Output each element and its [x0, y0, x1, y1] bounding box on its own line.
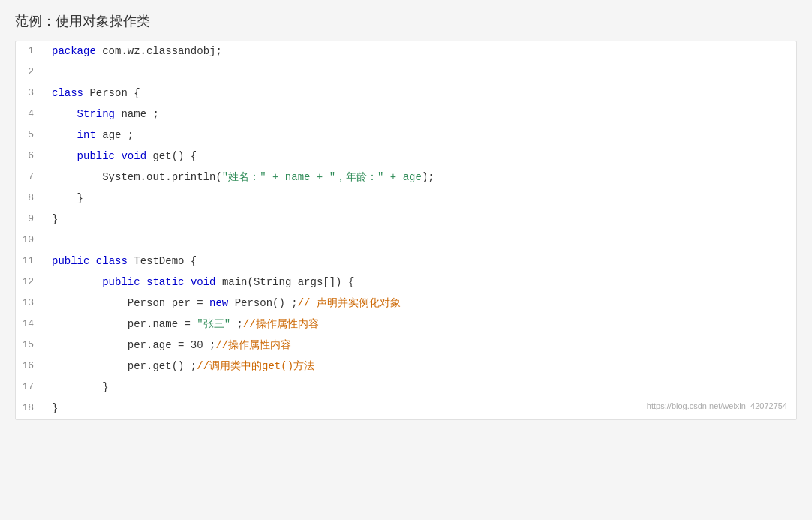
watermark: https://blog.csdn.net/weixin_42072754 [647, 399, 787, 413]
line-number: 1 [16, 41, 46, 62]
table-row: 14 per.name = "张三" ;//操作属性内容 [16, 314, 796, 335]
code-line: } [46, 209, 796, 230]
code-line: per.age = 30 ;//操作属性内容 [46, 335, 796, 356]
table-row: 2 [16, 62, 796, 83]
code-line: String name ; [46, 104, 796, 125]
table-row: 11 public class TestDemo { [16, 251, 796, 272]
table-row: 16 per.get() ;//调用类中的get()方法 [16, 356, 796, 377]
code-line: } [46, 377, 796, 398]
code-line: public void get() { [46, 146, 796, 167]
code-table: 1 package com.wz.classandobj; 2 3 class … [16, 41, 796, 419]
code-line: per.name = "张三" ;//操作属性内容 [46, 314, 796, 335]
table-row: 8 } [16, 188, 796, 209]
table-row: 10 [16, 230, 796, 251]
line-number: 10 [16, 230, 46, 251]
code-line: per.get() ;//调用类中的get()方法 [46, 356, 796, 377]
table-row: 5 int age ; [16, 125, 796, 146]
line-number: 5 [16, 125, 46, 146]
code-line: System.out.println("姓名：" + name + "，年龄："… [46, 167, 796, 188]
table-row: 15 per.age = 30 ;//操作属性内容 [16, 335, 796, 356]
table-row: 4 String name ; [16, 104, 796, 125]
table-row: 12 public static void main(String args[]… [16, 272, 796, 293]
line-number: 16 [16, 356, 46, 377]
line-number: 8 [16, 188, 46, 209]
line-number: 2 [16, 62, 46, 83]
code-block: 1 package com.wz.classandobj; 2 3 class … [15, 41, 797, 420]
table-row: 7 System.out.println("姓名：" + name + "，年龄… [16, 167, 796, 188]
code-line: class Person { [46, 83, 796, 104]
table-row: 9 } [16, 209, 796, 230]
code-line: public class TestDemo { [46, 251, 796, 272]
page-container: 范例：使用对象操作类 1 package com.wz.classandobj;… [0, 0, 812, 520]
code-line: int age ; [46, 125, 796, 146]
line-number: 9 [16, 209, 46, 230]
line-number: 6 [16, 146, 46, 167]
code-line [46, 62, 796, 83]
line-number: 15 [16, 335, 46, 356]
code-line: Person per = new Person() ;// 声明并实例化对象 [46, 293, 796, 314]
line-number: 11 [16, 251, 46, 272]
line-number: 13 [16, 293, 46, 314]
table-row: 17 } [16, 377, 796, 398]
code-line: package com.wz.classandobj; [46, 41, 796, 62]
table-row: 13 Person per = new Person() ;// 声明并实例化对… [16, 293, 796, 314]
line-number: 17 [16, 377, 46, 398]
line-number: 3 [16, 83, 46, 104]
code-line: } [46, 188, 796, 209]
table-row: 6 public void get() { [16, 146, 796, 167]
line-number: 4 [16, 104, 46, 125]
page-title: 范例：使用对象操作类 [15, 12, 797, 30]
table-row: 1 package com.wz.classandobj; [16, 41, 796, 62]
line-number: 14 [16, 314, 46, 335]
line-number: 7 [16, 167, 46, 188]
table-row: 3 class Person { [16, 83, 796, 104]
line-number: 12 [16, 272, 46, 293]
code-line: public static void main(String args[]) { [46, 272, 796, 293]
line-number: 18 [16, 398, 46, 419]
code-line [46, 230, 796, 251]
